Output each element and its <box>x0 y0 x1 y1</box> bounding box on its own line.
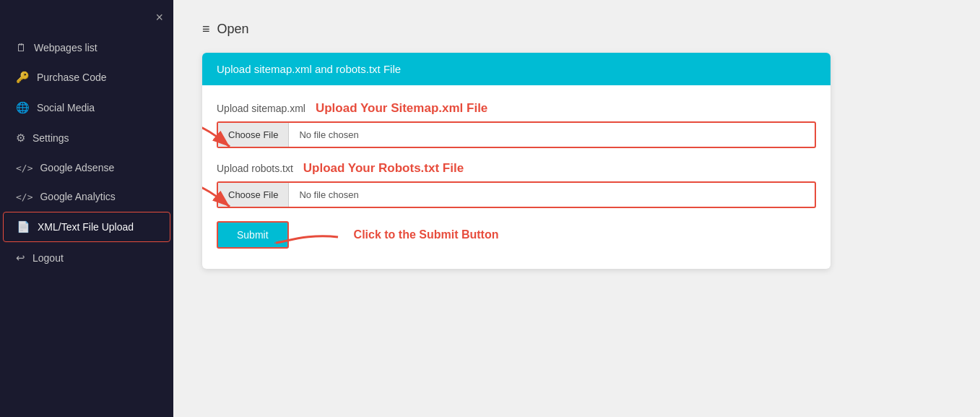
sitemap-instruction: Upload Your Sitemap.xml File <box>316 101 487 116</box>
google-adsense-icon: </> <box>16 163 32 173</box>
robots-upload-row: Upload robots.txt Upload Your Robots.txt… <box>217 161 816 208</box>
robots-file-name: No file chosen <box>289 183 815 207</box>
robots-label-row: Upload robots.txt Upload Your Robots.txt… <box>217 161 816 176</box>
sitemap-file-name: No file chosen <box>289 123 815 147</box>
sidebar-item-label: Social Media <box>37 102 95 113</box>
sidebar-item-purchase-code[interactable]: 🔑 Purchase Code <box>3 63 170 92</box>
robots-choose-file-button[interactable]: Choose File <box>218 183 289 207</box>
google-analytics-icon: </> <box>16 192 32 202</box>
sidebar-item-label: Webpages list <box>34 42 97 53</box>
sitemap-choose-file-button[interactable]: Choose File <box>218 123 289 147</box>
sidebar-item-xml-text-upload[interactable]: 📄 XML/Text File Upload <box>3 212 170 242</box>
submit-row: Submit Click to the Submit Button <box>217 221 816 249</box>
sidebar-item-settings[interactable]: ⚙ Settings <box>3 124 170 152</box>
xml-upload-icon: 📄 <box>17 220 30 233</box>
main-content: ≡ Open Upload sitemap.xml and robots.txt… <box>173 0 980 417</box>
sidebar-item-label: XML/Text File Upload <box>38 221 134 233</box>
submit-instruction: Click to the Submit Button <box>354 228 499 241</box>
sidebar-item-label: Google Adsense <box>40 162 114 173</box>
sidebar-item-logout[interactable]: ↩ Logout <box>3 244 170 272</box>
social-media-icon: 🌐 <box>16 101 30 114</box>
hamburger-icon: ≡ <box>202 22 210 37</box>
card-header: Upload sitemap.xml and robots.txt File <box>202 53 831 85</box>
card-body: Upload sitemap.xml Upload Your Sitemap.x… <box>202 85 831 269</box>
sitemap-upload-row: Upload sitemap.xml Upload Your Sitemap.x… <box>217 101 816 148</box>
settings-icon: ⚙ <box>16 132 25 145</box>
sitemap-file-input-wrapper[interactable]: Choose File No file chosen <box>217 121 816 148</box>
sidebar-item-label: Purchase Code <box>37 72 107 83</box>
card-header-title: Upload sitemap.xml and robots.txt File <box>217 63 401 75</box>
robots-file-input-wrapper[interactable]: Choose File No file chosen <box>217 181 816 208</box>
purchase-code-icon: 🔑 <box>16 71 30 84</box>
sidebar-item-label: Logout <box>32 252 64 264</box>
sitemap-label: Upload sitemap.xml <box>217 103 305 114</box>
webpages-list-icon: 🗒 <box>16 41 27 53</box>
page-header: ≡ Open <box>202 22 951 37</box>
sidebar-item-google-adsense[interactable]: </> Google Adsense <box>3 154 170 181</box>
sidebar-item-social-media[interactable]: 🌐 Social Media <box>3 93 170 122</box>
sidebar-item-webpages-list[interactable]: 🗒 Webpages list <box>3 33 170 61</box>
robots-label: Upload robots.txt <box>217 163 293 174</box>
sidebar-item-label: Google Analytics <box>40 191 115 202</box>
sidebar-item-google-analytics[interactable]: </> Google Analytics <box>3 183 170 210</box>
sidebar: × 🗒 Webpages list 🔑 Purchase Code 🌐 Soci… <box>0 0 173 417</box>
logout-icon: ↩ <box>16 252 25 265</box>
sidebar-close-button[interactable]: × <box>0 7 173 33</box>
sidebar-item-label: Settings <box>32 132 69 144</box>
page-title: Open <box>217 22 249 37</box>
robots-instruction: Upload Your Robots.txt File <box>303 161 464 176</box>
submit-button[interactable]: Submit <box>217 221 289 249</box>
upload-card: Upload sitemap.xml and robots.txt File U… <box>202 53 831 269</box>
sitemap-label-row: Upload sitemap.xml Upload Your Sitemap.x… <box>217 101 816 116</box>
